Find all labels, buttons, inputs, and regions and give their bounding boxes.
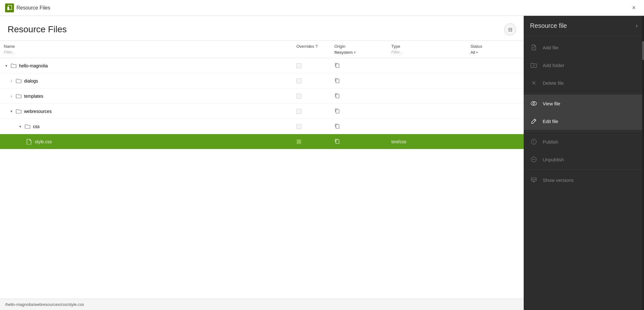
add-folder-label: Add folder <box>543 63 564 68</box>
row-name-label: webresources <box>24 109 52 114</box>
expand-icon[interactable]: › <box>9 94 14 98</box>
checkbox[interactable] <box>296 139 301 144</box>
checkbox[interactable] <box>296 63 301 68</box>
row-name-label: css <box>33 124 40 129</box>
cell-checkbox <box>293 91 331 101</box>
action-item-show-versions[interactable]: Show versions <box>524 171 644 189</box>
checkbox[interactable] <box>296 78 301 84</box>
cell-type <box>388 124 467 129</box>
cell-status <box>467 124 524 129</box>
table-header: Name Filter... Overrides ? Origin <box>0 41 524 58</box>
action-item-edit-file[interactable]: Edit file <box>524 112 644 130</box>
action-list: Add file Add folder <box>524 36 644 310</box>
cell-type <box>388 63 467 68</box>
edit-file-icon <box>530 118 538 124</box>
cell-name: ▾ css <box>0 121 293 132</box>
action-item-unpublish[interactable]: Unpublish <box>524 151 644 168</box>
cell-checkbox <box>293 121 331 132</box>
table-row[interactable]: style.css <box>0 134 524 149</box>
svg-rect-7 <box>336 140 339 144</box>
panel-title: Resource Files <box>8 24 67 34</box>
cell-name: ▾ hello-magnolia <box>0 61 293 71</box>
panel-expand-button[interactable]: › <box>636 22 638 29</box>
show-versions-icon <box>530 177 538 183</box>
expand-icon[interactable]: ▾ <box>9 109 14 114</box>
scrollbar-thumb[interactable] <box>642 41 644 60</box>
cell-status <box>467 78 524 84</box>
cell-type: text/css <box>388 137 467 147</box>
th-status: Status All ▾ <box>467 41 524 58</box>
cell-status <box>467 63 524 68</box>
table-body: ▾ hello-magnolia <box>0 58 524 149</box>
svg-rect-22 <box>531 177 536 179</box>
view-file-icon <box>530 101 538 106</box>
checkbox[interactable] <box>296 124 301 129</box>
status-bar: /hello-magnolia/webresources/css/style.c… <box>0 299 524 310</box>
table-row[interactable]: › templates <box>0 89 524 104</box>
cell-type <box>388 78 467 84</box>
th-name-label: Name <box>4 44 289 49</box>
th-type: Type Filter... <box>388 41 467 58</box>
folder-icon <box>16 109 22 114</box>
th-type-filter: Filter... <box>391 50 463 54</box>
cell-checkbox <box>293 76 331 86</box>
svg-rect-6 <box>336 125 339 128</box>
action-item-view-file[interactable]: View file <box>524 95 644 112</box>
action-item-publish[interactable]: Publish <box>524 133 644 151</box>
divider <box>524 131 644 132</box>
file-browser-panel: Resource Files ⊟ Name Filter... <box>0 16 524 310</box>
table-row[interactable]: ▾ webresources <box>0 104 524 119</box>
svg-rect-23 <box>531 179 536 181</box>
divider <box>524 93 644 93</box>
row-name-label: templates <box>24 94 43 99</box>
main-content: Resource Files ⊟ Name Filter... <box>0 16 644 310</box>
table-row[interactable]: ▾ hello-magnolia <box>0 58 524 73</box>
right-panel-title: Resource file <box>530 22 567 29</box>
th-status-label: Status <box>470 44 520 49</box>
status-select[interactable]: All ▾ <box>470 50 520 55</box>
row-name-label: style.css <box>35 139 52 144</box>
scrollbar[interactable] <box>642 16 644 310</box>
close-button[interactable]: × <box>629 3 639 13</box>
checkbox[interactable] <box>296 109 301 114</box>
app-logo: Resource Files <box>5 3 50 12</box>
unpublish-icon <box>530 156 538 163</box>
cell-name: style.css <box>0 136 293 147</box>
checkbox[interactable] <box>296 94 301 99</box>
row-name-label: hello-magnolia <box>19 63 48 68</box>
th-name-filter: Filter... <box>4 50 289 54</box>
file-icon <box>27 139 33 145</box>
delete-file-label: Delete file <box>543 80 564 86</box>
layout-icon: ⊟ <box>508 27 512 33</box>
th-overrides-label: Overrides ? <box>296 44 327 49</box>
svg-rect-2 <box>336 64 339 68</box>
cell-origin <box>331 136 388 148</box>
origin-select[interactable]: filesystem ▾ <box>334 50 384 55</box>
folder-icon <box>16 78 22 84</box>
table-row[interactable]: › dialogs <box>0 73 524 89</box>
expand-icon[interactable]: ▾ <box>4 64 9 68</box>
copy-icon <box>334 138 340 145</box>
row-name-label: dialogs <box>24 78 38 84</box>
expand-icon[interactable]: ▾ <box>18 124 23 129</box>
cell-checkbox <box>293 61 331 71</box>
copy-icon <box>334 93 340 100</box>
th-overrides: Overrides ? <box>293 41 331 58</box>
status-chevron-icon: ▾ <box>476 51 478 54</box>
cell-origin <box>331 121 388 133</box>
cell-status <box>467 139 524 144</box>
th-origin-label: Origin <box>334 44 384 49</box>
cell-name: › templates <box>0 91 293 101</box>
folder-icon <box>11 63 17 68</box>
copy-icon <box>334 62 340 69</box>
layout-icon-button[interactable]: ⊟ <box>504 23 516 35</box>
th-type-label: Type <box>391 44 463 49</box>
action-item-add-file[interactable]: Add file <box>524 39 644 56</box>
action-item-delete-file[interactable]: Delete file <box>524 74 644 92</box>
table-row[interactable]: ▾ css <box>0 119 524 134</box>
action-item-add-folder[interactable]: Add folder <box>524 56 644 74</box>
publish-label: Publish <box>543 139 558 145</box>
svg-point-15 <box>533 102 535 104</box>
expand-icon[interactable]: › <box>9 79 14 83</box>
status-path: /hello-magnolia/webresources/css/style.c… <box>5 302 84 307</box>
